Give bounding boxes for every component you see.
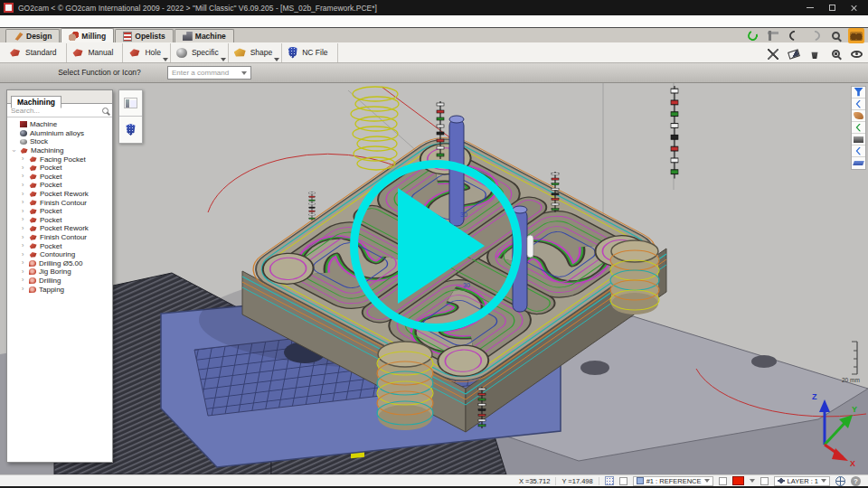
tree-item[interactable]: Pocket bbox=[7, 207, 112, 216]
view-tool-button[interactable] bbox=[852, 145, 865, 157]
quick-tool-button[interactable] bbox=[744, 28, 760, 43]
globe-icon[interactable] bbox=[835, 476, 845, 486]
expander-icon[interactable] bbox=[22, 259, 29, 267]
quick-tool-button[interactable] bbox=[786, 46, 802, 61]
ribbon-tab[interactable]: Milling bbox=[61, 28, 114, 42]
expander-icon[interactable] bbox=[22, 182, 29, 189]
ribbon-button[interactable]: Manual bbox=[67, 43, 124, 62]
axis-triad: Z Y X bbox=[805, 389, 861, 466]
chevron-down-icon bbox=[704, 479, 710, 483]
tab-machining[interactable]: Machining bbox=[11, 96, 61, 108]
reference-checkbox[interactable] bbox=[619, 477, 627, 485]
tree-item-label: Pocket bbox=[40, 164, 61, 172]
quick-tool-button[interactable] bbox=[807, 28, 823, 43]
axis-x-label: X bbox=[850, 459, 855, 466]
quick-tool-icon bbox=[832, 32, 840, 40]
quick-tool-button[interactable] bbox=[827, 46, 844, 61]
close-button[interactable] bbox=[843, 0, 864, 15]
expander-icon[interactable] bbox=[22, 199, 29, 206]
quick-tool-button[interactable] bbox=[765, 46, 781, 61]
ribbon-button[interactable]: Hole bbox=[123, 43, 170, 62]
tree-item[interactable]: Pocket bbox=[7, 216, 112, 225]
tree-item[interactable]: Jig Boring bbox=[7, 267, 112, 277]
expander-icon[interactable] bbox=[22, 277, 29, 284]
ribbon-button[interactable]: Specific bbox=[171, 43, 229, 62]
tree-item[interactable]: Pocket Rework bbox=[7, 190, 112, 199]
color-checkbox[interactable] bbox=[719, 477, 727, 485]
expander-icon[interactable] bbox=[22, 173, 29, 180]
ribbon-button[interactable]: Standard bbox=[4, 43, 67, 62]
expander-icon[interactable] bbox=[22, 216, 29, 223]
quick-tool-icon bbox=[851, 51, 863, 58]
command-placeholder: Enter a command bbox=[172, 69, 241, 77]
video-play-overlay[interactable] bbox=[350, 160, 522, 332]
minimize-button[interactable] bbox=[799, 0, 821, 15]
expander-icon[interactable] bbox=[22, 208, 29, 215]
layer-checkbox[interactable] bbox=[760, 477, 769, 485]
tree-item[interactable]: Contouring bbox=[7, 250, 112, 259]
quick-tool-button[interactable] bbox=[848, 46, 864, 61]
color-swatch[interactable] bbox=[732, 476, 744, 485]
view-tool-icon bbox=[854, 112, 863, 119]
ribbon-button[interactable]: Shape bbox=[229, 43, 283, 62]
help-icon[interactable]: ? bbox=[851, 476, 861, 486]
tree-item[interactable]: Stock bbox=[7, 137, 112, 146]
expander-icon[interactable] bbox=[13, 147, 20, 155]
color-caret-icon[interactable] bbox=[750, 479, 755, 483]
tree-item[interactable]: Machine bbox=[7, 120, 112, 129]
tree-item-label: Drilling bbox=[39, 277, 61, 285]
quick-tool-button[interactable] bbox=[827, 28, 844, 43]
maximize-button[interactable] bbox=[821, 0, 843, 15]
tree-item-icon bbox=[29, 260, 36, 267]
ribbon-tab[interactable]: Opelists bbox=[115, 29, 174, 42]
view-tool-button[interactable] bbox=[852, 110, 865, 122]
layer-select[interactable]: LAYER : 1 bbox=[774, 476, 830, 486]
expander-icon[interactable] bbox=[22, 242, 29, 249]
tree-item[interactable]: Machining bbox=[7, 146, 112, 155]
expander-icon[interactable] bbox=[22, 251, 29, 258]
view-tool-button[interactable] bbox=[852, 122, 865, 134]
tree-item-label: Finish Contour bbox=[40, 199, 87, 207]
ribbon-tab[interactable]: Machine bbox=[175, 29, 234, 42]
quick-tool-button[interactable] bbox=[848, 28, 864, 43]
tree-item[interactable]: Pocket bbox=[7, 173, 112, 182]
view-tool-button[interactable] bbox=[852, 99, 865, 110]
side-tool-button[interactable] bbox=[119, 117, 142, 143]
ribbon-button-icon bbox=[234, 48, 246, 58]
command-combo[interactable]: Enter a command bbox=[167, 66, 251, 80]
view-tool-button[interactable] bbox=[852, 134, 865, 145]
view-tool-icon bbox=[854, 100, 863, 108]
tree-item[interactable]: Finish Contour bbox=[7, 198, 112, 207]
side-tool-button[interactable] bbox=[119, 90, 142, 117]
tree-item[interactable]: Pocket bbox=[7, 241, 112, 250]
expander-icon[interactable] bbox=[22, 155, 29, 163]
dropdown-caret-icon bbox=[274, 58, 279, 61]
reference-select[interactable]: #1 : REFERENCE bbox=[633, 476, 713, 486]
expander-icon[interactable] bbox=[22, 268, 29, 276]
tree-item[interactable]: Aluminium alloys bbox=[7, 129, 112, 138]
ribbon-tab-icon bbox=[69, 32, 79, 41]
expander-icon[interactable] bbox=[22, 286, 29, 293]
tree-item[interactable]: Pocket bbox=[7, 164, 112, 173]
expander-icon[interactable] bbox=[22, 191, 29, 198]
grid-toggle-icon[interactable] bbox=[605, 476, 614, 485]
tree-item[interactable]: Pocket Rework bbox=[7, 224, 112, 233]
quick-tool-button[interactable] bbox=[786, 28, 802, 43]
tree-item-label: Tapping bbox=[39, 286, 64, 294]
ribbon-tab[interactable]: Design bbox=[5, 29, 60, 42]
quick-tool-button[interactable] bbox=[765, 28, 781, 43]
expander-icon[interactable] bbox=[22, 164, 29, 172]
tree-item[interactable]: Facing Pocket bbox=[7, 155, 112, 164]
tree-item[interactable]: Tapping bbox=[7, 285, 112, 294]
tree-item[interactable]: Drilling Ø5.00 bbox=[7, 259, 112, 268]
quick-tool-button[interactable] bbox=[807, 46, 823, 61]
expander-icon[interactable] bbox=[22, 234, 29, 241]
ribbon-button[interactable]: NC File bbox=[282, 43, 337, 62]
tree-item[interactable]: Pocket bbox=[7, 181, 112, 190]
layer-label: LAYER : 1 bbox=[788, 477, 818, 485]
tree-item[interactable]: Finish Contour bbox=[7, 233, 112, 242]
tree-item[interactable]: Drilling bbox=[7, 277, 112, 286]
view-tool-button[interactable] bbox=[852, 157, 865, 169]
view-tool-button[interactable] bbox=[852, 87, 865, 99]
expander-icon[interactable] bbox=[22, 225, 29, 232]
